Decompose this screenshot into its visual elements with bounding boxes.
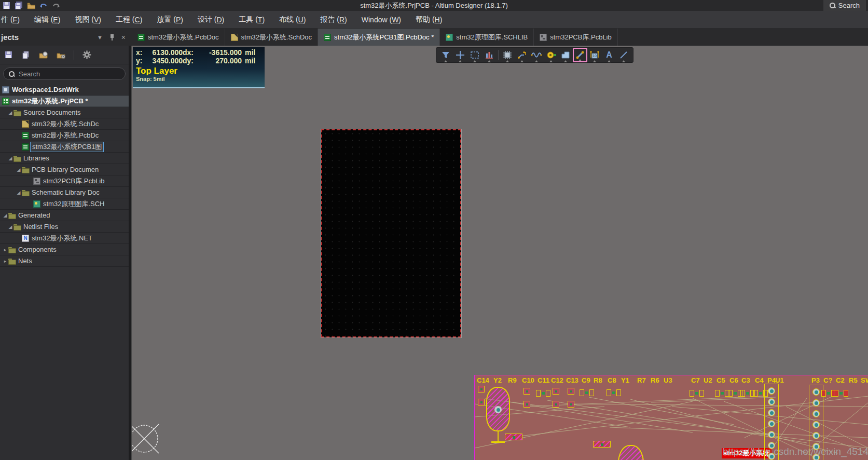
column-chart-icon[interactable] <box>482 48 497 62</box>
save-all-icon[interactable] <box>15 2 23 10</box>
global-search-button[interactable]: Search <box>823 0 866 11</box>
tree-item-nets[interactable]: ▸Nets <box>0 255 129 267</box>
designator-C8[interactable]: C8 <box>608 377 616 384</box>
designator-C13[interactable]: C13 <box>566 377 578 384</box>
tree-item-generated[interactable]: ◢Generated <box>0 210 129 221</box>
component-C14[interactable] <box>478 386 485 407</box>
designator-C9[interactable]: C9 <box>582 377 590 384</box>
tree-item-stm32-net[interactable]: Nstm32最小系统.NET <box>0 233 129 244</box>
menu-item-8[interactable]: 报告 (R) <box>313 11 354 28</box>
pcb-board-outline[interactable] <box>321 129 461 337</box>
tree-item-stm32pcb-pcblib[interactable]: stm32PCB库.PcbLib <box>0 175 129 187</box>
selection-rect-icon[interactable] <box>467 48 482 62</box>
redo-icon[interactable] <box>52 2 60 10</box>
designator-SW[interactable]: SW <box>861 377 868 384</box>
folder-settings-icon[interactable] <box>56 50 66 60</box>
component-chip-icon[interactable] <box>500 48 515 62</box>
component-C7[interactable] <box>690 390 704 397</box>
panel-close-icon[interactable]: × <box>121 33 126 42</box>
line-icon[interactable] <box>616 48 631 62</box>
track-icon[interactable] <box>573 48 587 62</box>
move-cross-icon[interactable] <box>453 48 467 62</box>
component-P4[interactable] <box>764 384 779 460</box>
document-tab-4[interactable]: stm32PCB库.PcbLib <box>534 29 618 46</box>
tree-item-stm32-prjpcb-[interactable]: stm32最小系统.PrjPCB * <box>0 96 129 107</box>
tree-item-pcb-library-documen[interactable]: ◢PCB Library Documen <box>0 164 129 175</box>
designator-Y2[interactable]: Y2 <box>493 377 502 384</box>
differential-pair-icon[interactable] <box>529 48 544 62</box>
designator-C10[interactable]: C10 <box>522 377 534 384</box>
designator-R8[interactable]: R8 <box>594 377 602 384</box>
component-C3[interactable] <box>740 390 755 397</box>
expander-expanded-icon[interactable]: ◢ <box>2 213 8 218</box>
designator-C11[interactable]: C11 <box>538 377 549 384</box>
designator-U2[interactable]: U2 <box>704 377 712 384</box>
designator-C5[interactable]: C5 <box>717 377 725 384</box>
document-tab-2-active[interactable]: stm32最小系统PCB1图.PcbDoc * <box>318 29 440 46</box>
dimension-icon[interactable]: 10 <box>587 48 602 62</box>
designator-Y1[interactable]: Y1 <box>621 377 629 384</box>
pad-via-icon[interactable] <box>544 48 558 62</box>
component-C10[interactable] <box>523 388 531 409</box>
pcb-editor-canvas[interactable]: x:6130.000dx:-3615.000mily:3450.000dy:27… <box>132 46 868 460</box>
projects-search-input[interactable]: Search <box>3 67 126 80</box>
document-tab-1[interactable]: stm32最小系统.SchDoc <box>225 29 319 46</box>
component-C12[interactable] <box>553 388 560 412</box>
expander-collapsed-icon[interactable]: ▸ <box>2 247 8 252</box>
document-tab-3[interactable]: stm32原理图库.SCHLIB <box>440 29 534 46</box>
expander-expanded-icon[interactable]: ◢ <box>7 224 13 229</box>
menu-item-7[interactable]: 布线 (U) <box>272 11 313 28</box>
tree-item-stm32-pcb1-[interactable]: stm32最小系统PCB1图 <box>0 141 129 153</box>
panel-pin-icon[interactable] <box>109 34 115 40</box>
tree-item-stm32-sch[interactable]: stm32原理图库.SCH <box>0 198 129 210</box>
menu-item-10[interactable]: 帮助 (H) <box>408 11 449 28</box>
settings-gear-icon[interactable] <box>81 50 92 60</box>
tree-item-libraries[interactable]: ◢Libraries <box>0 153 129 164</box>
tree-item-components[interactable]: ▸Components <box>0 244 129 255</box>
tree-item-schematic-library-doc[interactable]: ◢Schematic Library Doc <box>0 187 129 198</box>
expander-expanded-icon[interactable]: ◢ <box>16 167 22 172</box>
copy-documents-icon[interactable] <box>21 50 31 60</box>
menu-item-1[interactable]: 编辑 (E) <box>27 11 68 28</box>
tree-item-stm32-schdc[interactable]: stm32最小系统.SchDc <box>0 118 129 130</box>
menu-item-9[interactable]: Window (W) <box>354 11 408 28</box>
expander-collapsed-icon[interactable]: ▸ <box>2 259 8 264</box>
expander-expanded-icon[interactable]: ◢ <box>7 156 13 161</box>
panel-dropdown-icon[interactable]: ▼ <box>97 34 103 40</box>
menu-item-2[interactable]: 视图 (V) <box>67 11 108 28</box>
menu-item-0[interactable]: 件 (F) <box>0 11 27 28</box>
component-R8[interactable] <box>593 441 611 448</box>
undo-icon[interactable] <box>39 2 48 10</box>
tree-item-netlist-files[interactable]: ◢Netlist Files <box>0 221 129 233</box>
component-C8[interactable] <box>607 389 621 396</box>
component-R9[interactable] <box>505 434 522 440</box>
designator-C3[interactable]: C3 <box>741 377 750 384</box>
polygon-pour-icon[interactable] <box>558 48 573 62</box>
tree-item-source-documents[interactable]: ◢Source Documents <box>0 107 129 118</box>
component-C13[interactable] <box>568 388 575 412</box>
component-Y2[interactable] <box>486 387 510 431</box>
text-string-icon[interactable]: A <box>602 48 616 62</box>
designator-C7[interactable]: C7 <box>691 377 700 384</box>
save-icon[interactable] <box>3 50 13 60</box>
designator-P3[interactable]: P3 <box>811 377 820 384</box>
designator-C14[interactable]: C14 <box>477 377 489 384</box>
menu-item-4[interactable]: 放置 (P) <box>149 11 190 28</box>
designator-C4[interactable]: C4 <box>755 377 764 384</box>
filter-icon[interactable] <box>438 48 453 62</box>
expander-expanded-icon[interactable]: ◢ <box>7 110 13 115</box>
component-C11[interactable] <box>536 390 550 397</box>
tree-item-workspace1-dsnwrk[interactable]: Workspace1.DsnWrk <box>0 84 129 96</box>
designator-R7[interactable]: R7 <box>637 377 646 384</box>
tree-item-stm32-pcbdc[interactable]: stm32最小系统.PcbDc <box>0 130 129 141</box>
menu-item-6[interactable]: 工具 (T) <box>231 11 272 28</box>
designator-U3[interactable]: U3 <box>664 377 672 384</box>
pcb-components-region[interactable]: stm32最小系统 https://blog.csdn.net/weixin_4… <box>474 375 868 460</box>
document-tab-0[interactable]: stm32最小系统.PcbDoc <box>132 29 225 46</box>
menu-item-3[interactable]: 工程 (C) <box>108 11 149 28</box>
open-folder-icon[interactable] <box>27 2 35 10</box>
expander-expanded-icon[interactable]: ◢ <box>16 190 22 195</box>
designator-U1[interactable]: U1 <box>775 377 784 384</box>
folder-search-icon[interactable] <box>38 50 49 60</box>
designator-R5[interactable]: R5 <box>849 377 858 384</box>
